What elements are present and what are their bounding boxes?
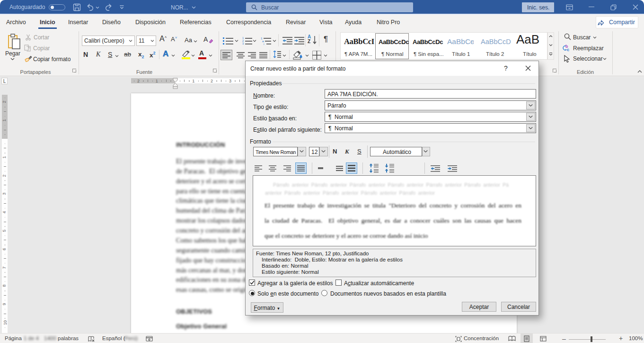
svg-text:i: i bbox=[264, 42, 264, 45]
svg-text:3: 3 bbox=[242, 42, 244, 45]
svg-text:c: c bbox=[567, 47, 569, 52]
